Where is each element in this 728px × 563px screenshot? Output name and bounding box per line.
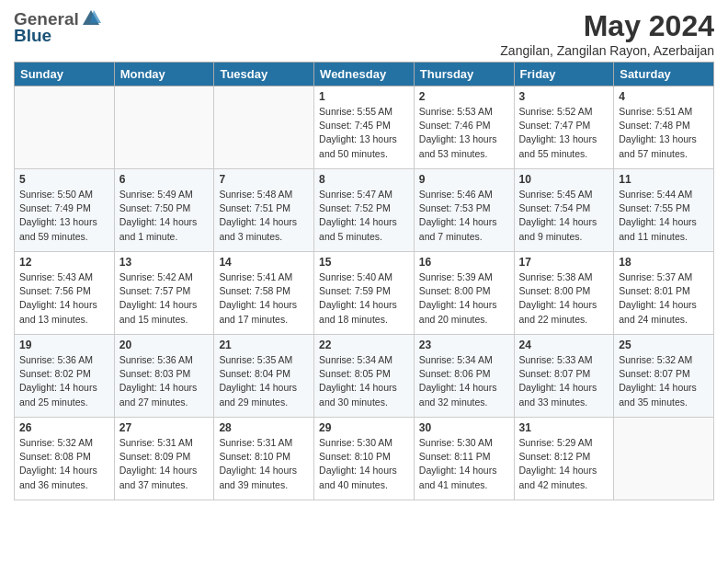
day-number: 9 — [419, 173, 509, 186]
calendar-cell: 1Sunrise: 5:55 AM Sunset: 7:45 PM Daylig… — [314, 86, 415, 169]
day-number: 19 — [19, 339, 109, 351]
calendar-cell — [15, 86, 115, 169]
calendar-cell: 21Sunrise: 5:35 AM Sunset: 8:04 PM Dayli… — [214, 335, 314, 418]
day-info: Sunrise: 5:31 AM Sunset: 8:09 PM Dayligh… — [119, 436, 210, 492]
day-header-wednesday: Wednesday — [314, 63, 415, 86]
day-number: 14 — [219, 256, 309, 269]
day-number: 5 — [19, 173, 109, 186]
calendar-cell: 18Sunrise: 5:37 AM Sunset: 8:01 PM Dayli… — [614, 252, 714, 335]
day-info: Sunrise: 5:42 AM Sunset: 7:57 PM Dayligh… — [119, 270, 210, 327]
day-number: 22 — [319, 339, 409, 351]
day-info: Sunrise: 5:30 AM Sunset: 8:11 PM Dayligh… — [419, 436, 509, 492]
day-header-friday: Friday — [514, 63, 614, 86]
day-info: Sunrise: 5:41 AM Sunset: 7:58 PM Dayligh… — [219, 270, 309, 327]
calendar-cell: 14Sunrise: 5:41 AM Sunset: 7:58 PM Dayli… — [214, 252, 314, 335]
day-info: Sunrise: 5:51 AM Sunset: 7:48 PM Dayligh… — [619, 105, 709, 161]
day-info: Sunrise: 5:43 AM Sunset: 7:56 PM Dayligh… — [19, 270, 109, 327]
day-number: 8 — [319, 173, 409, 186]
day-number: 17 — [519, 256, 609, 269]
calendar-cell: 6Sunrise: 5:49 AM Sunset: 7:50 PM Daylig… — [114, 169, 214, 252]
calendar-cell — [114, 86, 214, 169]
day-number: 25 — [619, 339, 709, 351]
day-info: Sunrise: 5:34 AM Sunset: 8:05 PM Dayligh… — [319, 353, 409, 409]
calendar-cell: 12Sunrise: 5:43 AM Sunset: 7:56 PM Dayli… — [15, 252, 115, 335]
day-number: 6 — [119, 173, 210, 186]
calendar-table: SundayMondayTuesdayWednesdayThursdayFrid… — [14, 62, 714, 500]
page-header: General Blue May 2024 Zangilan, Zangilan… — [14, 9, 714, 58]
day-number: 16 — [419, 256, 509, 269]
calendar-cell: 19Sunrise: 5:36 AM Sunset: 8:02 PM Dayli… — [15, 335, 115, 418]
calendar-cell: 17Sunrise: 5:38 AM Sunset: 8:00 PM Dayli… — [514, 252, 614, 335]
day-info: Sunrise: 5:53 AM Sunset: 7:46 PM Dayligh… — [419, 105, 509, 161]
logo: General Blue — [14, 9, 101, 46]
day-number: 31 — [519, 421, 609, 434]
calendar-cell: 5Sunrise: 5:50 AM Sunset: 7:49 PM Daylig… — [15, 169, 115, 252]
day-header-thursday: Thursday — [414, 63, 514, 86]
calendar-cell: 27Sunrise: 5:31 AM Sunset: 8:09 PM Dayli… — [114, 418, 214, 500]
day-info: Sunrise: 5:32 AM Sunset: 8:08 PM Dayligh… — [19, 436, 109, 492]
day-number: 28 — [219, 421, 309, 434]
day-number: 29 — [319, 421, 409, 434]
day-info: Sunrise: 5:37 AM Sunset: 8:01 PM Dayligh… — [619, 270, 709, 327]
calendar-cell: 9Sunrise: 5:46 AM Sunset: 7:53 PM Daylig… — [414, 169, 514, 252]
calendar-cell: 29Sunrise: 5:30 AM Sunset: 8:10 PM Dayli… — [314, 418, 415, 500]
day-number: 27 — [119, 421, 210, 434]
day-number: 10 — [519, 173, 609, 186]
day-info: Sunrise: 5:36 AM Sunset: 8:03 PM Dayligh… — [119, 353, 210, 409]
day-number: 23 — [419, 339, 509, 351]
day-number: 20 — [119, 339, 210, 351]
day-header-monday: Monday — [114, 63, 214, 86]
day-number: 26 — [19, 421, 109, 434]
day-number: 11 — [619, 173, 709, 186]
calendar-header-row: SundayMondayTuesdayWednesdayThursdayFrid… — [15, 63, 714, 86]
day-info: Sunrise: 5:48 AM Sunset: 7:51 PM Dayligh… — [219, 188, 309, 244]
day-info: Sunrise: 5:44 AM Sunset: 7:55 PM Dayligh… — [619, 188, 709, 244]
logo-blue-text: Blue — [14, 26, 51, 46]
calendar-week-row: 5Sunrise: 5:50 AM Sunset: 7:49 PM Daylig… — [15, 169, 714, 252]
day-info: Sunrise: 5:35 AM Sunset: 8:04 PM Dayligh… — [219, 353, 309, 409]
calendar-cell: 4Sunrise: 5:51 AM Sunset: 7:48 PM Daylig… — [614, 86, 714, 169]
calendar-cell: 25Sunrise: 5:32 AM Sunset: 8:07 PM Dayli… — [614, 335, 714, 418]
calendar-cell: 23Sunrise: 5:34 AM Sunset: 8:06 PM Dayli… — [414, 335, 514, 418]
calendar-cell — [214, 86, 314, 169]
day-number: 1 — [319, 90, 409, 103]
day-number: 13 — [119, 256, 210, 269]
calendar-cell: 8Sunrise: 5:47 AM Sunset: 7:52 PM Daylig… — [314, 169, 415, 252]
day-info: Sunrise: 5:30 AM Sunset: 8:10 PM Dayligh… — [319, 436, 409, 492]
calendar-cell: 11Sunrise: 5:44 AM Sunset: 7:55 PM Dayli… — [614, 169, 714, 252]
calendar-cell: 28Sunrise: 5:31 AM Sunset: 8:10 PM Dayli… — [214, 418, 314, 500]
day-number: 7 — [219, 173, 309, 186]
day-info: Sunrise: 5:47 AM Sunset: 7:52 PM Dayligh… — [319, 188, 409, 244]
day-number: 30 — [419, 421, 509, 434]
day-header-tuesday: Tuesday — [214, 63, 314, 86]
day-info: Sunrise: 5:36 AM Sunset: 8:02 PM Dayligh… — [19, 353, 109, 409]
day-info: Sunrise: 5:55 AM Sunset: 7:45 PM Dayligh… — [319, 105, 409, 161]
calendar-cell: 30Sunrise: 5:30 AM Sunset: 8:11 PM Dayli… — [414, 418, 514, 500]
day-info: Sunrise: 5:46 AM Sunset: 7:53 PM Dayligh… — [419, 188, 509, 244]
day-info: Sunrise: 5:31 AM Sunset: 8:10 PM Dayligh… — [219, 436, 309, 492]
day-info: Sunrise: 5:32 AM Sunset: 8:07 PM Dayligh… — [619, 353, 709, 409]
calendar-cell: 13Sunrise: 5:42 AM Sunset: 7:57 PM Dayli… — [114, 252, 214, 335]
calendar-cell: 22Sunrise: 5:34 AM Sunset: 8:05 PM Dayli… — [314, 335, 415, 418]
day-info: Sunrise: 5:34 AM Sunset: 8:06 PM Dayligh… — [419, 353, 509, 409]
calendar-cell: 31Sunrise: 5:29 AM Sunset: 8:12 PM Dayli… — [514, 418, 614, 500]
calendar-cell: 24Sunrise: 5:33 AM Sunset: 8:07 PM Dayli… — [514, 335, 614, 418]
calendar-week-row: 19Sunrise: 5:36 AM Sunset: 8:02 PM Dayli… — [15, 335, 714, 418]
day-info: Sunrise: 5:38 AM Sunset: 8:00 PM Dayligh… — [519, 270, 609, 327]
location-text: Zangilan, Zangilan Rayon, Azerbaijan — [500, 43, 714, 58]
calendar-cell — [614, 418, 714, 500]
calendar-cell: 26Sunrise: 5:32 AM Sunset: 8:08 PM Dayli… — [15, 418, 115, 500]
day-info: Sunrise: 5:52 AM Sunset: 7:47 PM Dayligh… — [519, 105, 609, 161]
day-info: Sunrise: 5:33 AM Sunset: 8:07 PM Dayligh… — [519, 353, 609, 409]
day-header-sunday: Sunday — [15, 63, 115, 86]
day-header-saturday: Saturday — [614, 63, 714, 86]
calendar-cell: 16Sunrise: 5:39 AM Sunset: 8:00 PM Dayli… — [414, 252, 514, 335]
calendar-week-row: 12Sunrise: 5:43 AM Sunset: 7:56 PM Dayli… — [15, 252, 714, 335]
calendar-cell: 2Sunrise: 5:53 AM Sunset: 7:46 PM Daylig… — [414, 86, 514, 169]
day-number: 3 — [519, 90, 609, 103]
day-number: 18 — [619, 256, 709, 269]
day-info: Sunrise: 5:29 AM Sunset: 8:12 PM Dayligh… — [519, 436, 609, 492]
title-block: May 2024 Zangilan, Zangilan Rayon, Azerb… — [500, 9, 714, 58]
day-info: Sunrise: 5:45 AM Sunset: 7:54 PM Dayligh… — [519, 188, 609, 244]
day-info: Sunrise: 5:40 AM Sunset: 7:59 PM Dayligh… — [319, 270, 409, 327]
